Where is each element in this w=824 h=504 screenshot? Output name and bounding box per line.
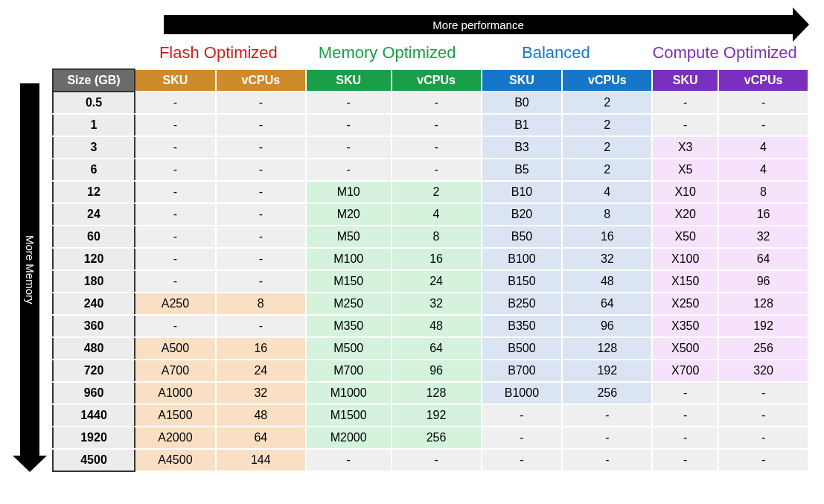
balanced-vcpus-cell: 2	[562, 114, 652, 136]
memory-sku-cell: -	[306, 92, 392, 114]
flash-vcpus-cell: -	[216, 270, 306, 293]
memory-sku-cell: M250	[306, 293, 392, 315]
balanced-vcpus-cell: 128	[562, 337, 652, 360]
memory-vcpus-cell: 16	[392, 248, 482, 270]
column-header-memory-vcpus: vCPUs	[392, 69, 482, 92]
size-cell: 1440	[53, 404, 135, 427]
flash-sku-cell: A500	[135, 337, 216, 360]
table-row: 12--M102B104X108	[53, 181, 808, 203]
memory-vcpus-cell: 64	[392, 337, 482, 360]
memory-sku-cell: M500	[306, 337, 392, 360]
flash-sku-cell: A250	[135, 293, 216, 315]
memory-vcpus-cell: 4	[392, 203, 482, 226]
size-cell: 6	[53, 159, 135, 181]
column-header-memory-sku: SKU	[306, 69, 392, 92]
size-cell: 960	[53, 382, 135, 404]
flash-vcpus-cell: -	[216, 136, 306, 159]
memory-vcpus-cell: 128	[392, 382, 482, 404]
memory-sku-cell: M350	[306, 315, 392, 337]
size-cell: 1920	[53, 427, 135, 449]
memory-sku-cell: -	[306, 136, 392, 159]
balanced-vcpus-cell: 2	[562, 136, 652, 159]
memory-vcpus-cell: 96	[392, 360, 482, 382]
flash-vcpus-cell: -	[216, 226, 306, 248]
table-row: 960A100032M1000128B1000256--	[53, 382, 808, 404]
memory-axis-label: More Memory	[24, 235, 36, 304]
flash-vcpus-cell: 16	[216, 337, 306, 360]
flash-sku-cell: -	[135, 159, 216, 181]
table-row: 240A2508M25032B25064X250128	[53, 293, 808, 315]
compute-sku-cell: -	[652, 404, 718, 427]
balanced-sku-cell: B50	[482, 226, 563, 248]
memory-sku-cell: M2000	[306, 427, 392, 449]
memory-vcpus-cell: -	[392, 159, 482, 181]
compute-vcpus-cell: 128	[718, 293, 808, 315]
flash-sku-cell: -	[135, 226, 216, 248]
flash-sku-cell: -	[135, 181, 216, 203]
compute-vcpus-cell: -	[718, 427, 808, 449]
balanced-sku-cell: B3	[482, 136, 563, 159]
balanced-sku-cell: B150	[482, 270, 563, 293]
memory-vcpus-cell: -	[392, 136, 482, 159]
balanced-vcpus-cell: 2	[562, 92, 652, 114]
compute-sku-cell: -	[652, 427, 718, 449]
tier-header-memory: Memory Optimized	[303, 39, 472, 68]
balanced-sku-cell: B500	[482, 337, 563, 360]
balanced-vcpus-cell: -	[562, 449, 652, 471]
sku-table: Size (GB)SKUvCPUsSKUvCPUsSKUvCPUsSKUvCPU…	[52, 68, 809, 472]
flash-sku-cell: -	[135, 92, 216, 114]
column-header-size: Size (GB)	[53, 69, 135, 92]
memory-vcpus-cell: 48	[392, 315, 482, 337]
column-header-compute-sku: SKU	[652, 69, 718, 92]
balanced-vcpus-cell: -	[562, 404, 652, 427]
balanced-vcpus-cell: 96	[562, 315, 652, 337]
memory-vcpus-cell: 2	[392, 181, 482, 203]
size-cell: 120	[53, 248, 135, 270]
balanced-vcpus-cell: 16	[562, 226, 652, 248]
compute-vcpus-cell: 96	[718, 270, 808, 293]
column-header-compute-vcpus: vCPUs	[718, 69, 808, 92]
table-row: 3----B32X34	[53, 136, 808, 159]
balanced-vcpus-cell: -	[562, 427, 652, 449]
tier-header-flash: Flash Optimized	[134, 39, 303, 68]
table-row: 0.5----B02--	[53, 92, 808, 114]
compute-vcpus-cell: 320	[718, 360, 808, 382]
size-cell: 240	[53, 293, 135, 315]
flash-sku-cell: -	[135, 136, 216, 159]
balanced-sku-cell: B1000	[482, 382, 563, 404]
balanced-sku-cell: B10	[482, 181, 563, 203]
table-row: 24--M204B208X2016	[53, 203, 808, 226]
memory-axis-arrow: More Memory	[20, 83, 39, 456]
compute-sku-cell: -	[652, 449, 718, 471]
size-cell: 0.5	[53, 92, 135, 114]
compute-vcpus-cell: 192	[718, 315, 808, 337]
performance-axis-arrow: More performance	[164, 15, 793, 34]
balanced-vcpus-cell: 48	[562, 270, 652, 293]
memory-sku-cell: M700	[306, 360, 392, 382]
size-cell: 12	[53, 181, 135, 203]
memory-sku-cell: M20	[306, 203, 392, 226]
compute-vcpus-cell: 4	[718, 159, 808, 181]
flash-sku-cell: A700	[135, 360, 216, 382]
compute-vcpus-cell: -	[718, 114, 808, 136]
compute-sku-cell: -	[652, 92, 718, 114]
flash-vcpus-cell: 24	[216, 360, 306, 382]
compute-vcpus-cell: -	[718, 382, 808, 404]
balanced-sku-cell: B250	[482, 293, 563, 315]
balanced-vcpus-cell: 64	[562, 293, 652, 315]
size-cell: 360	[53, 315, 135, 337]
memory-vcpus-cell: -	[392, 449, 482, 471]
performance-axis-label: More performance	[432, 19, 524, 31]
size-cell: 180	[53, 270, 135, 293]
flash-vcpus-cell: -	[216, 159, 306, 181]
memory-vcpus-cell: 192	[392, 404, 482, 427]
balanced-sku-cell: B1	[482, 114, 563, 136]
compute-vcpus-cell: 8	[718, 181, 808, 203]
table-row: 120--M10016B10032X10064	[53, 248, 808, 270]
balanced-vcpus-cell: 4	[562, 181, 652, 203]
memory-sku-cell: -	[306, 114, 392, 136]
compute-vcpus-cell: 256	[718, 337, 808, 360]
table-row: 1----B12--	[53, 114, 808, 136]
flash-vcpus-cell: 64	[216, 427, 306, 449]
memory-vcpus-cell: 32	[392, 293, 482, 315]
